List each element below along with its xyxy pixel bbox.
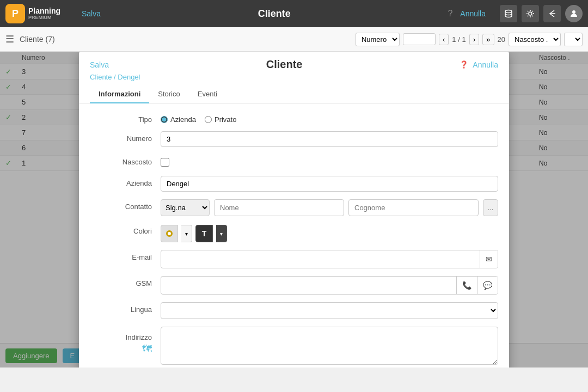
second-bar: ☰ Cliente (7) Numero ‹ 1 / 1 › » 20 Nasc… <box>0 27 588 52</box>
page-count: 20 <box>498 35 505 44</box>
tipo-label: Tipo <box>90 112 161 124</box>
logo-text: Planning PREMIUM <box>28 7 60 20</box>
indirizzo-row: Indirizzo 🗺 <box>90 327 498 365</box>
phone-icon-btn[interactable]: 📞 <box>456 277 477 294</box>
gsm-input[interactable] <box>161 278 456 293</box>
page-next-btn[interactable]: › <box>469 34 479 45</box>
nascosto-row: Nascosto <box>90 155 498 168</box>
email-input[interactable] <box>161 252 480 267</box>
share-icon-btn[interactable] <box>543 5 561 22</box>
gsm-label: GSM <box>90 276 161 287</box>
cliente-count-label: Cliente (7) <box>20 35 55 44</box>
page-last-btn[interactable]: » <box>482 34 494 45</box>
page-info: 1 / 1 <box>452 35 465 44</box>
help-icon[interactable]: ? <box>448 9 452 19</box>
breadcrumb: Cliente / Dengel <box>90 71 498 85</box>
settings-icon-btn[interactable] <box>522 5 539 22</box>
bg-color-picker-btn[interactable] <box>161 225 178 242</box>
top-bar: P Planning PREMIUM Salva Cliente ? Annul… <box>0 0 588 27</box>
tab-informazioni[interactable]: Informazioni <box>90 85 149 103</box>
avatar-btn[interactable] <box>565 5 583 22</box>
modal-tabs: Informazioni Storico Eventi <box>79 85 509 103</box>
tipo-privato-option[interactable]: Privato <box>205 115 236 124</box>
modal-save-link[interactable]: Salva <box>90 60 109 69</box>
email-row: E-mail ✉ <box>90 250 498 268</box>
azienda-input[interactable] <box>161 176 498 192</box>
text-color-picker-btn[interactable]: T <box>195 225 213 242</box>
number-filter-select[interactable]: Numero <box>356 33 400 46</box>
nascosto-label: Nascosto <box>90 155 161 166</box>
text-color-dropdown-btn[interactable]: ▾ <box>216 225 227 242</box>
svg-point-1 <box>529 12 532 15</box>
svg-point-0 <box>505 10 512 13</box>
map-icon[interactable]: 🗺 <box>142 344 152 355</box>
top-modal-title: Cliente <box>258 8 291 19</box>
number-filter-input[interactable] <box>403 33 436 45</box>
modal-annulla-link[interactable]: Annulla <box>473 60 498 69</box>
email-icon-btn[interactable]: ✉ <box>480 250 498 268</box>
contatto-label: Contatto <box>90 199 161 211</box>
contatto-cognome-input[interactable] <box>348 199 479 216</box>
modal-header: Salva Cliente ❓ Annulla Cliente / Dengel <box>79 52 509 85</box>
modal-title-row: Salva Cliente ❓ Annulla <box>90 58 498 71</box>
lingua-row: Lingua Italiano English Français <box>90 302 498 319</box>
contatto-more-btn[interactable]: ... <box>483 199 498 216</box>
numero-label: Numero <box>90 131 161 143</box>
database-icon-btn[interactable] <box>500 5 517 22</box>
color-group: ▾ T ▾ <box>161 224 227 242</box>
lingua-label: Lingua <box>90 302 161 314</box>
tab-eventi[interactable]: Eventi <box>189 85 226 103</box>
modal-overlay: Salva Cliente ❓ Annulla Cliente / Dengel… <box>0 52 588 367</box>
tipo-row: Tipo Azienda Privato <box>90 112 498 124</box>
extra-filter-select[interactable] <box>564 33 583 46</box>
nascosto-checkbox[interactable] <box>161 158 169 167</box>
nascosto-filter-select[interactable]: Nascosto . <box>509 33 561 46</box>
email-label: E-mail <box>90 250 161 261</box>
contatto-group: Sig.na Sig. Dott. Prof. ... <box>161 199 498 216</box>
svg-point-4 <box>168 232 171 235</box>
tipo-privato-radio[interactable] <box>205 116 212 123</box>
tipo-azienda-option[interactable]: Azienda <box>161 115 196 124</box>
lingua-select[interactable]: Italiano English Français <box>161 302 498 319</box>
top-annulla-link[interactable]: Annulla <box>460 9 486 18</box>
svg-point-2 <box>572 10 575 14</box>
email-input-group: ✉ <box>161 250 498 268</box>
gsm-row: GSM 📞 💬 <box>90 276 498 295</box>
tipo-radio-group: Azienda Privato <box>161 112 236 124</box>
tipo-azienda-radio[interactable] <box>161 116 168 123</box>
top-icons <box>500 5 583 22</box>
modal-help-icon[interactable]: ❓ <box>460 60 468 69</box>
bg-color-dropdown-btn[interactable]: ▾ <box>181 225 192 242</box>
gsm-input-group: 📞 💬 <box>161 276 498 295</box>
contatto-title-select[interactable]: Sig.na Sig. Dott. Prof. <box>161 199 210 216</box>
colori-row: Colori ▾ T ▾ <box>90 224 498 242</box>
page-prev-btn[interactable]: ‹ <box>439 34 449 45</box>
indirizzo-textarea[interactable] <box>161 327 498 365</box>
azienda-label: Azienda <box>90 176 161 187</box>
nascosto-checkbox-wrap <box>161 155 169 168</box>
numero-input[interactable] <box>161 131 498 147</box>
logo-icon: P <box>5 4 25 23</box>
logo-area: P Planning PREMIUM <box>5 4 76 23</box>
top-save-link[interactable]: Salva <box>82 9 101 18</box>
table-area: Numero Nascosto . ✓ 3 No ✓ 4 No 5 No ✓ 2… <box>0 52 588 367</box>
indirizzo-label-group: Indirizzo 🗺 <box>90 327 161 355</box>
hamburger-icon[interactable]: ☰ <box>5 33 14 45</box>
pagination-area: Numero ‹ 1 / 1 › » 20 Nascosto . <box>356 33 583 46</box>
contatto-nome-input[interactable] <box>214 199 344 216</box>
modal-dialog: Salva Cliente ❓ Annulla Cliente / Dengel… <box>79 52 509 367</box>
contatto-row: Contatto Sig.na Sig. Dott. Prof. ... <box>90 199 498 216</box>
colori-label: Colori <box>90 224 161 235</box>
modal-body: Tipo Azienda Privato Numero <box>79 103 509 367</box>
numero-row: Numero <box>90 131 498 147</box>
azienda-row: Azienda <box>90 176 498 192</box>
sms-icon-btn[interactable]: 💬 <box>477 277 498 294</box>
modal-title: Cliente <box>109 58 460 71</box>
tab-storico[interactable]: Storico <box>149 85 188 103</box>
